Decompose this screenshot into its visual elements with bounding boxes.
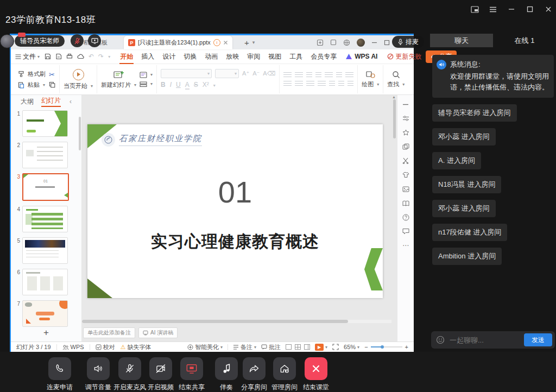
collapse-ribbon-icon[interactable] bbox=[402, 100, 409, 108]
distribute-icon[interactable] bbox=[329, 81, 335, 87]
queue-mic-button[interactable]: 排麦 bbox=[392, 36, 424, 48]
presenter-avatar[interactable] bbox=[0, 34, 14, 48]
tab-online[interactable]: 在线 1 bbox=[493, 34, 556, 47]
superscript-button[interactable]: X² bbox=[203, 81, 209, 88]
increase-indent-icon[interactable] bbox=[315, 72, 321, 78]
slide-thumbnail-4[interactable] bbox=[22, 206, 68, 232]
accompaniment-button[interactable]: 伴奏 bbox=[215, 357, 238, 392]
tab-home[interactable]: 开始 bbox=[119, 50, 134, 63]
find-button[interactable]: 查找▾ bbox=[387, 71, 405, 88]
tab-slideshow[interactable]: 放映 bbox=[225, 50, 239, 63]
maximize-icon[interactable] bbox=[526, 5, 534, 13]
tab-review[interactable]: 审阅 bbox=[247, 50, 261, 63]
panel-scrollbar[interactable] bbox=[79, 117, 81, 150]
slide-thumbnail-1[interactable] bbox=[22, 110, 68, 137]
increase-font-icon[interactable]: A⁺ bbox=[242, 70, 249, 77]
justify-icon[interactable] bbox=[318, 81, 326, 87]
presenter-screen-button[interactable] bbox=[88, 34, 101, 47]
line-spacing-icon[interactable] bbox=[336, 72, 342, 78]
sync-icon[interactable] bbox=[317, 39, 324, 46]
file-menu[interactable]: 文件 ▾ bbox=[15, 52, 40, 61]
slide-thumbnail-5[interactable] bbox=[22, 237, 68, 264]
tab-list-caret-icon[interactable]: ▾ bbox=[252, 40, 255, 45]
adjust-settings-icon[interactable] bbox=[402, 115, 409, 122]
manage-room-button[interactable]: 管理房间 bbox=[271, 357, 298, 392]
numbered-list-icon[interactable] bbox=[295, 72, 303, 78]
comments-button[interactable]: 批注 bbox=[261, 343, 281, 351]
cut-icon[interactable]: ✂ bbox=[49, 71, 55, 79]
proofread-button[interactable]: 校对 bbox=[96, 343, 115, 351]
undo-icon[interactable]: ↶ bbox=[89, 53, 94, 60]
missing-font-warning[interactable]: ⚠ 缺失字体 bbox=[121, 343, 151, 351]
zoom-level[interactable]: 65%▾ bbox=[344, 344, 359, 350]
align-right-icon[interactable] bbox=[306, 81, 314, 87]
wps-maximize-icon[interactable] bbox=[384, 40, 390, 46]
outline-tab[interactable]: 大纲 bbox=[21, 97, 34, 106]
paragraph-settings-icon[interactable] bbox=[348, 81, 353, 87]
update-failed-status[interactable]: 更新失败 bbox=[387, 52, 421, 61]
draw-button[interactable]: 绘图▾ bbox=[362, 71, 379, 88]
stop-share-button[interactable]: 结束共享 bbox=[179, 357, 205, 392]
pip-icon[interactable] bbox=[470, 5, 479, 13]
tab-design[interactable]: 设计 bbox=[162, 50, 176, 63]
zoom-slider[interactable] bbox=[371, 346, 402, 347]
slideshow-play-button[interactable]: ▶ bbox=[315, 344, 324, 351]
wps-ai-button[interactable]: WPS AI bbox=[345, 53, 377, 60]
text-direction-icon[interactable] bbox=[325, 72, 333, 78]
new-tab-icon[interactable]: + bbox=[244, 38, 249, 47]
layout-dropdown[interactable]: ▾ bbox=[140, 72, 153, 78]
export-pdf-icon[interactable] bbox=[55, 53, 62, 60]
slide-thumbnail-3-selected[interactable]: 01 bbox=[22, 173, 69, 201]
favorites-star-icon[interactable] bbox=[402, 129, 409, 136]
section-dropdown[interactable]: ▾ bbox=[140, 81, 153, 87]
tab-animation[interactable]: 动画 bbox=[204, 50, 218, 63]
minimize-icon[interactable] bbox=[507, 5, 516, 13]
bullet-list-icon[interactable] bbox=[283, 72, 292, 78]
tab-membership[interactable]: 会员专享 bbox=[310, 50, 337, 63]
skin-theme-icon[interactable] bbox=[402, 171, 409, 179]
tab-close-icon[interactable] bbox=[223, 40, 228, 45]
underline-button[interactable]: U bbox=[176, 81, 181, 88]
notes-placeholder[interactable]: 单击此处添加备注 bbox=[83, 327, 135, 338]
collapse-panel-icon[interactable]: ‹ bbox=[70, 98, 72, 105]
horizontal-scrollbar[interactable] bbox=[82, 320, 391, 323]
comment-panel-icon[interactable] bbox=[402, 227, 409, 235]
decrease-font-icon[interactable]: A⁻ bbox=[252, 70, 260, 77]
slide-thumbnail-2[interactable] bbox=[22, 142, 68, 168]
save-icon[interactable] bbox=[45, 53, 51, 60]
font-size-select[interactable]: ▾ bbox=[215, 69, 239, 78]
tab-insert[interactable]: 插入 bbox=[141, 50, 155, 63]
account-avatar[interactable] bbox=[357, 39, 365, 47]
align-center-icon[interactable] bbox=[295, 81, 303, 87]
play-caret-icon[interactable]: ▾ bbox=[325, 345, 327, 350]
doc-info-icon[interactable]: i bbox=[213, 39, 220, 46]
font-color-button[interactable]: A bbox=[185, 81, 189, 90]
sorter-view-icon[interactable] bbox=[295, 344, 301, 350]
tab-chat[interactable]: 聊天 bbox=[430, 34, 493, 47]
menu-icon[interactable] bbox=[489, 5, 497, 13]
mic-toggle-button[interactable]: 开启麦克风 bbox=[113, 357, 146, 392]
paste-button[interactable]: 粘贴 ▾ bbox=[18, 81, 46, 89]
image-tool-icon[interactable] bbox=[402, 185, 409, 193]
shapes-icon[interactable] bbox=[402, 143, 409, 150]
cut-tool-icon[interactable] bbox=[402, 157, 409, 165]
slide-thumbnail-7[interactable] bbox=[22, 300, 68, 327]
share-room-button[interactable]: 分享房间 bbox=[241, 357, 267, 392]
slide-thumbnail-6[interactable] bbox=[22, 269, 68, 295]
reading-view-button-icon[interactable] bbox=[304, 344, 310, 350]
zoom-in-icon[interactable]: + bbox=[405, 344, 408, 350]
strikethrough-button[interactable]: S bbox=[194, 81, 198, 88]
video-toggle-button[interactable]: 开启视频 bbox=[148, 357, 174, 392]
wps-minimize-icon[interactable] bbox=[371, 40, 377, 46]
workspace-icon[interactable] bbox=[330, 39, 337, 46]
volume-button[interactable]: 调节音量 bbox=[85, 357, 111, 392]
document-tab[interactable]: P [只读]主题班会1234(1).pptx i bbox=[124, 36, 232, 49]
decrease-indent-icon[interactable] bbox=[306, 72, 312, 78]
add-slide-button[interactable]: + bbox=[11, 327, 81, 342]
normal-view-icon[interactable] bbox=[286, 344, 292, 350]
tab-view[interactable]: 视图 bbox=[268, 50, 282, 63]
emoji-icon[interactable] bbox=[436, 336, 445, 344]
print-icon[interactable] bbox=[66, 53, 73, 60]
wps-community-button[interactable]: WPS bbox=[62, 344, 84, 350]
columns-icon[interactable] bbox=[345, 72, 353, 78]
